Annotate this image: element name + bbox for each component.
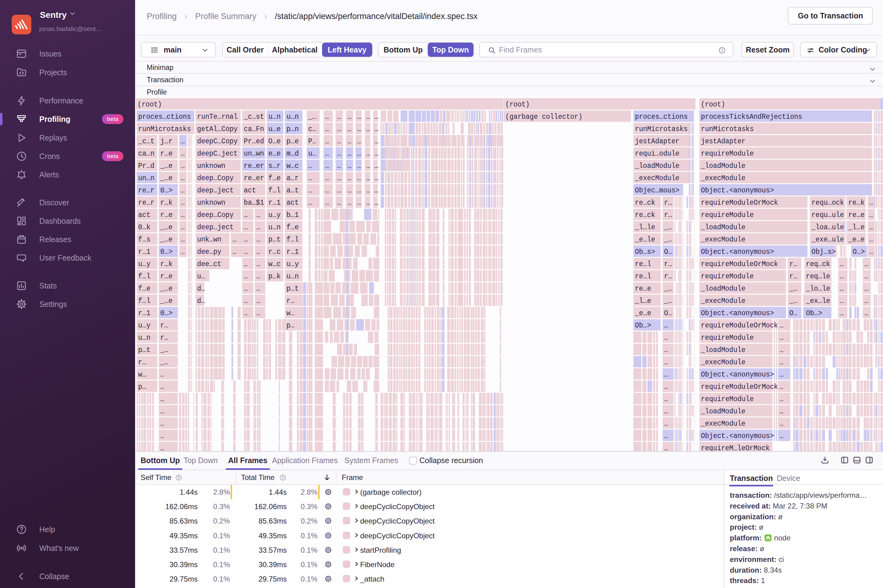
svg-text:…: …	[864, 272, 868, 280]
svg-text:_…: _…	[664, 236, 672, 244]
svg-text:re…ck: re…ck	[635, 211, 655, 219]
svg-text:ca…Fn: ca…Fn	[244, 125, 264, 133]
svg-text:…: …	[357, 150, 361, 158]
svg-text:…: …	[160, 432, 164, 440]
svg-text:runMicrotasks: runMicrotasks	[701, 125, 754, 133]
svg-text:…: …	[325, 125, 329, 133]
svg-text:Object.<anonymous>: Object.<anonymous>	[701, 432, 774, 440]
svg-text:_l…e: _l…e	[848, 223, 865, 231]
svg-text:_…: _…	[664, 297, 672, 305]
svg-text:(root): (root)	[505, 100, 530, 109]
svg-text:…: …	[337, 198, 341, 207]
svg-text:…: …	[375, 174, 378, 182]
svg-text:re…e: re…e	[848, 211, 865, 219]
svg-text:…: …	[337, 150, 341, 158]
svg-text:…: …	[325, 198, 329, 207]
svg-text:(root): (root)	[138, 100, 162, 109]
svg-text:u…n: u…n	[268, 112, 281, 121]
svg-text:requireModule: requireModule	[701, 395, 754, 403]
svg-text:f…l: f…l	[138, 297, 150, 305]
svg-text:_…: _…	[308, 112, 316, 121]
svg-text:r…k: r…k	[160, 260, 173, 268]
svg-text:…: …	[348, 150, 351, 158]
svg-text:u…e: u…e	[268, 125, 281, 133]
svg-text:_e…e: _e…e	[635, 309, 651, 317]
svg-text:…: …	[375, 112, 378, 121]
svg-text:…: …	[337, 186, 341, 195]
svg-text:_execModule: _execModule	[701, 420, 745, 428]
svg-text:…: …	[325, 162, 329, 170]
svg-text:re…e: re…e	[635, 285, 651, 293]
svg-text:requireM…leOrMock: requireM…leOrMock	[701, 444, 770, 452]
svg-text:_ex…le: _ex…le	[806, 297, 830, 305]
svg-text:_…: _…	[160, 346, 168, 354]
svg-text:Object.<anonymous>: Object.<anonymous>	[701, 370, 774, 379]
svg-text:(garbage collector): (garbage collector)	[505, 112, 583, 121]
svg-text:…: …	[308, 174, 312, 182]
svg-text:j…r: j…r	[160, 137, 173, 146]
svg-text:…: …	[869, 211, 873, 219]
svg-text:_…e: _…e	[160, 285, 173, 293]
svg-text:w…: w…	[138, 370, 146, 379]
svg-text:…: …	[244, 248, 248, 256]
svg-text:…: …	[308, 162, 312, 170]
svg-text:a…t: a…t	[287, 186, 299, 195]
svg-text:…: …	[779, 370, 784, 379]
svg-text:requireModule: requireModule	[701, 272, 754, 280]
svg-text:…: …	[308, 186, 312, 195]
svg-text:…: …	[244, 211, 248, 219]
svg-text:p…t: p…t	[138, 346, 150, 354]
svg-text:requ…ock: requ…ock	[811, 198, 844, 207]
svg-text:_…: _…	[789, 285, 797, 293]
svg-text:_…e: _…e	[160, 223, 173, 231]
svg-text:req…ck: req…ck	[806, 260, 830, 268]
svg-text:processTicksAndRejections: processTicksAndRejections	[701, 112, 802, 121]
svg-text:…: …	[256, 297, 260, 305]
svg-text:p…t: p…t	[268, 236, 281, 244]
svg-text:_execModule: _execModule	[701, 236, 745, 244]
svg-text:un…n: un…n	[138, 174, 155, 182]
svg-text:_e…le: _e…le	[635, 236, 655, 244]
svg-text:_c…t: _c…t	[138, 137, 155, 146]
svg-text:f…l: f…l	[138, 272, 150, 280]
svg-text:…: …	[357, 162, 361, 170]
svg-text:a…r: a…r	[287, 174, 299, 182]
svg-text:_l…e: _l…e	[635, 297, 651, 305]
svg-text:…: …	[357, 137, 361, 146]
svg-text:…: …	[664, 346, 668, 354]
svg-text:0…>: 0…>	[160, 309, 173, 317]
svg-text:re…er: re…er	[244, 162, 264, 170]
svg-text:proces…ctions: proces…ctions	[635, 112, 688, 121]
svg-text:_e…e: _e…e	[848, 236, 865, 244]
svg-text:w…c: w…c	[268, 260, 281, 268]
svg-text:…: …	[244, 272, 248, 280]
svg-text:re…k: re…k	[848, 198, 865, 207]
svg-text:…: …	[664, 407, 668, 416]
svg-text:…: …	[357, 174, 361, 182]
svg-text:_execModule: _execModule	[701, 297, 745, 305]
svg-text:…: …	[256, 272, 260, 280]
svg-text:…: …	[160, 370, 164, 379]
svg-text:…: …	[664, 444, 668, 452]
svg-text:…: …	[357, 198, 361, 207]
svg-text:…: …	[366, 125, 370, 133]
svg-text:_…e: _…e	[160, 174, 173, 182]
svg-text:…: …	[160, 395, 164, 403]
svg-text:r…1: r…1	[268, 198, 281, 207]
svg-text:…: …	[181, 236, 185, 244]
svg-text:_…: _…	[789, 297, 797, 305]
svg-text:…: …	[160, 407, 164, 416]
svg-text:…: …	[160, 383, 164, 391]
svg-text:…: …	[375, 150, 378, 158]
svg-text:O…: O…	[789, 309, 797, 317]
svg-text:…: …	[348, 112, 351, 121]
svg-text:…: …	[256, 223, 260, 231]
svg-text:_exe…ule: _exe…ule	[811, 236, 844, 244]
svg-text:r…e: r…e	[160, 211, 173, 219]
svg-text:…: …	[181, 223, 185, 231]
svg-text:…: …	[664, 358, 668, 366]
svg-text:re…l: re…l	[635, 260, 651, 268]
svg-text:…: …	[864, 285, 868, 293]
svg-text:_loadModule: _loadModule	[701, 346, 745, 354]
svg-text:…: …	[244, 285, 248, 293]
